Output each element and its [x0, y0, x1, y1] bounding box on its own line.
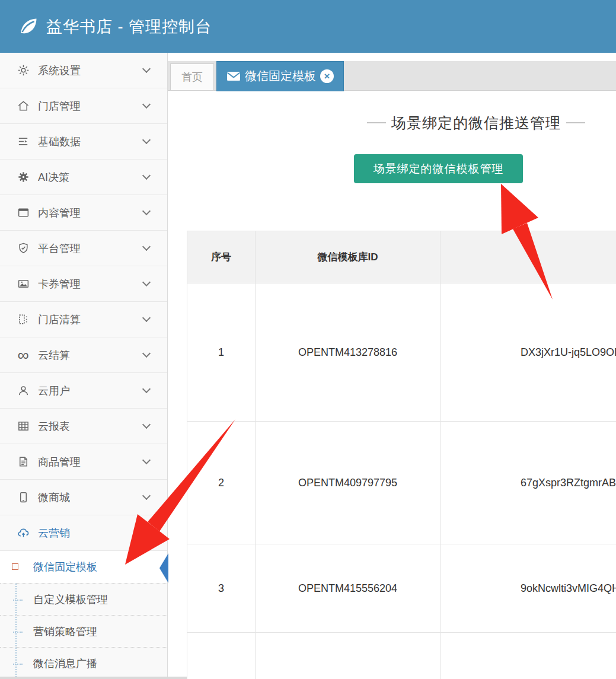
sidebar-item-content-management[interactable]: 内容管理 [0, 195, 167, 231]
window-icon [16, 206, 30, 220]
sidebar-item-ai-decision[interactable]: AI决策 [0, 160, 167, 195]
chevron-down-icon [142, 313, 151, 321]
sidebar-item-label: 微商城 [38, 490, 70, 505]
column-header-template-id [441, 231, 616, 283]
chevron-down-icon [142, 349, 151, 357]
submenu-item-label: 微信消息广播 [33, 656, 97, 671]
submenu-item-label: 自定义模板管理 [33, 592, 108, 607]
align-list-icon [16, 135, 30, 149]
document-icon [16, 455, 30, 469]
chevron-down-icon [142, 206, 151, 215]
sidebar-submenu-marketing-strategy[interactable]: 营销策略管理 [0, 615, 167, 647]
cell-template-id: 9okNcwlti3vMIG4QHhMZ5EJ [441, 544, 616, 633]
sidebar-item-label: 系统设置 [38, 63, 81, 78]
chevron-down-icon [142, 491, 151, 499]
image-icon [16, 277, 30, 291]
tab-home[interactable]: 首页 [170, 63, 214, 91]
sidebar-item-cloud-settlement[interactable]: ∞ 云结算 [0, 337, 167, 373]
page-title: 场景绑定的微信推送管理 [168, 113, 616, 133]
cell-template-id: 67gXspr3RZtgmrABYntFo8P8 [441, 422, 616, 544]
main-content: 首页 微信固定模板 × 场景绑定的微信推送管理 场景绑定的微信模板管理 序号 微… [168, 53, 616, 679]
cell-index [187, 633, 256, 679]
column-header-index: 序号 [187, 231, 256, 283]
chevron-down-icon [142, 64, 151, 72]
home-icon [16, 99, 30, 113]
cloud-upload-icon [16, 526, 30, 540]
sidebar-item-cloud-report[interactable]: 云报表 [0, 409, 167, 444]
submenu-item-label: 微信固定模板 [33, 560, 97, 574]
sidebar-submenu-custom-template[interactable]: 自定义模板管理 [0, 583, 167, 615]
cell-template-lib-id: OPENTM409797795 [256, 422, 441, 544]
scene-binding-template-button[interactable]: 场景绑定的微信模板管理 [354, 154, 523, 183]
sidebar-item-card-coupon[interactable]: 卡券管理 [0, 266, 167, 302]
cell-template-lib-id [256, 633, 441, 679]
sidebar-submenu-weixin-fixed-template[interactable]: 微信固定模板 [0, 551, 167, 583]
column-header-template-lib-id: 微信模板库ID [256, 231, 441, 283]
sidebar-item-label: 平台管理 [38, 241, 81, 256]
app-window: 益华书店 - 管理控制台 系统设置 门店管理 基础数据 AI决策 内容管理 平台… [0, 0, 616, 679]
sidebar-item-label: 内容管理 [38, 206, 81, 220]
chevron-down-icon [142, 100, 151, 108]
shield-check-icon [16, 241, 30, 256]
template-table: 序号 微信模板库ID 1 OPENTM413278816 DX3jXr1U-jq… [187, 231, 616, 679]
cloud-marketing-submenu: 微信固定模板 自定义模板管理 营销策略管理 微信消息广播 [0, 551, 167, 679]
sidebar-item-cloud-user[interactable]: 云用户 [0, 373, 167, 409]
leaf-icon [18, 16, 39, 37]
envelope-icon [226, 71, 241, 81]
sidebar-item-label: AI决策 [38, 170, 69, 184]
app-title: 益华书店 - 管理控制台 [46, 16, 212, 37]
sidebar-item-cloud-marketing[interactable]: 云营销 [0, 515, 167, 551]
cell-index: 3 [187, 544, 256, 633]
sidebar-item-system-settings[interactable]: 系统设置 [0, 53, 167, 88]
table-row: 3 OPENTM415556204 9okNcwlti3vMIG4QHhMZ5E… [187, 544, 616, 633]
bottom-scroll-strip[interactable] [0, 677, 187, 679]
chevron-down-icon [142, 278, 151, 286]
sidebar-item-store-settlement[interactable]: 门店清算 [0, 302, 167, 337]
mobile-icon [16, 490, 30, 505]
active-bullet-icon [12, 563, 18, 570]
sidebar-item-platform-management[interactable]: 平台管理 [0, 231, 167, 266]
sidebar-item-label: 云用户 [38, 384, 70, 398]
sidebar-submenu-weixin-broadcast[interactable]: 微信消息广播 [0, 647, 167, 679]
chevron-down-icon [142, 384, 151, 393]
chevron-down-icon [142, 420, 151, 428]
cell-index: 1 [187, 283, 256, 422]
table-header-row: 序号 微信模板库ID [187, 231, 616, 283]
chevron-down-icon [142, 455, 151, 464]
sidebar-item-label: 门店清算 [38, 313, 81, 327]
sidebar-item-basic-data[interactable]: 基础数据 [0, 124, 167, 160]
sidebar-item-store-management[interactable]: 门店管理 [0, 88, 167, 124]
sidebar-item-label: 云营销 [38, 526, 70, 540]
sidebar-item-product-management[interactable]: 商品管理 [0, 444, 167, 480]
tree-branch-icon [13, 664, 23, 665]
tab-label: 微信固定模板 [245, 68, 316, 84]
table-row [187, 633, 616, 679]
gear-solid-icon [16, 170, 30, 184]
chevron-down-icon [142, 242, 151, 250]
sidebar-item-label: 商品管理 [38, 455, 81, 469]
chevron-down-icon [142, 171, 151, 179]
close-icon[interactable]: × [320, 69, 334, 83]
sidebar-item-label: 云结算 [38, 348, 70, 362]
cell-template-id: DX3jXr1U-jq5LO9OD9sXGZc [441, 283, 616, 422]
top-header: 益华书店 - 管理控制台 [0, 0, 616, 53]
chevron-down-icon [142, 135, 151, 144]
store-icon [16, 313, 30, 327]
table-row: 1 OPENTM413278816 DX3jXr1U-jq5LO9OD9sXGZ… [187, 283, 616, 422]
sidebar-item-label: 基础数据 [38, 135, 81, 149]
sidebar-item-micro-mall[interactable]: 微商城 [0, 480, 167, 515]
tree-branch-icon [13, 632, 23, 633]
submenu-item-label: 营销策略管理 [33, 624, 97, 639]
gear-icon [16, 63, 30, 78]
sidebar: 系统设置 门店管理 基础数据 AI决策 内容管理 平台管理 卡券管理 门店清算 [0, 53, 168, 679]
table-icon [16, 419, 30, 433]
cell-template-lib-id: OPENTM413278816 [256, 283, 441, 422]
sidebar-item-label: 云报表 [38, 419, 70, 433]
chevron-down-icon [142, 527, 151, 535]
tab-weixin-fixed-template[interactable]: 微信固定模板 × [216, 61, 344, 91]
tab-label: 首页 [181, 70, 203, 84]
cell-template-id [441, 633, 616, 679]
infinity-icon: ∞ [16, 348, 30, 362]
cell-template-lib-id: OPENTM415556204 [256, 544, 441, 633]
sidebar-item-label: 卡券管理 [38, 277, 81, 291]
